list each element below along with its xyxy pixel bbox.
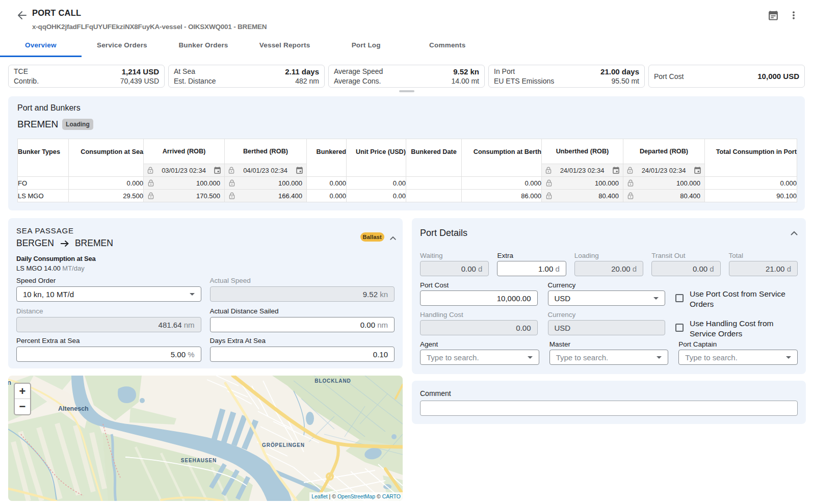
- svg-text:SEEHAUSEN: SEEHAUSEN: [181, 458, 217, 463]
- svg-text:BLOCKLAND: BLOCKLAND: [314, 378, 351, 384]
- svg-text:Altenesch: Altenesch: [58, 405, 89, 412]
- svg-text:GRÖPELINGEN: GRÖPELINGEN: [262, 442, 305, 448]
- svg-text:n: n: [8, 379, 11, 386]
